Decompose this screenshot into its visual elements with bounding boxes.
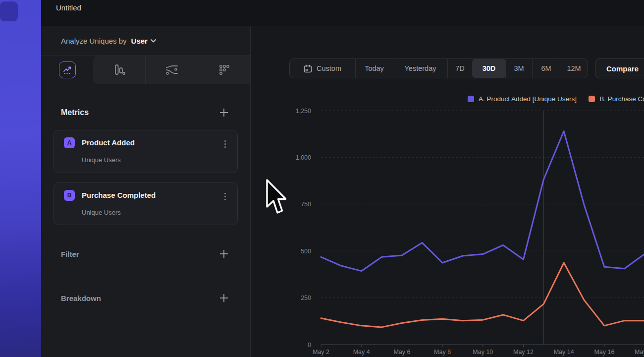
line-chart-icon <box>59 61 76 78</box>
y-axis-tick-label: 1,250 <box>296 108 311 115</box>
metric-subtitle: Unique Users <box>82 156 121 164</box>
metric-title: Purchase Completed <box>82 191 156 199</box>
analyze-label: Analyze Uniques by <box>61 37 127 45</box>
bar-chart-icon <box>113 63 126 76</box>
x-axis-tick-label: May 8 <box>434 349 451 356</box>
chart-panel: CustomTodayYesterday7D30D3M6M12M Compare… <box>251 26 644 357</box>
chart-type-tabs <box>41 56 250 84</box>
query-sidebar: Analyze Uniques by User <box>41 26 251 357</box>
breakdown-section-header: Breakdown <box>61 294 228 302</box>
analyze-by-value: User <box>131 37 148 45</box>
x-axis-tick-label: May 6 <box>393 349 410 356</box>
y-axis-tick-label: 250 <box>301 295 311 301</box>
background-gradient-strip <box>0 0 41 357</box>
top-bar: Untitled <box>41 0 644 26</box>
kebab-menu-icon[interactable] <box>220 138 229 149</box>
tab-group <box>93 56 250 84</box>
analyze-row: Analyze Uniques by User <box>41 26 250 56</box>
series-line-a[interactable] <box>321 131 644 271</box>
tab-bar-chart[interactable] <box>93 56 145 84</box>
kebab-menu-icon[interactable] <box>220 191 229 202</box>
x-axis-tick-label: May 16 <box>594 349 614 356</box>
add-filter-button plus-icon[interactable] <box>219 249 228 258</box>
tab-retention[interactable] <box>198 56 250 84</box>
flows-icon <box>165 64 179 76</box>
metric-card-a[interactable]: A Product Added Unique Users <box>54 130 238 173</box>
tab-flows[interactable] <box>145 56 198 84</box>
analyze-by-dropdown[interactable]: User <box>131 37 156 45</box>
y-axis-tick-label: 750 <box>301 201 311 208</box>
filter-section-header: Filter <box>61 249 228 258</box>
x-axis-tick-label: May 2 <box>313 349 329 356</box>
x-axis-tick-label: May 14 <box>554 349 574 356</box>
metric-letter-badge: B <box>64 190 75 201</box>
x-axis-tick-label: May 10 <box>473 349 493 356</box>
x-axis-tick-label: May 4 <box>353 349 370 356</box>
tab-line-chart[interactable] <box>41 56 93 84</box>
y-axis-tick-label: 1,000 <box>296 154 311 161</box>
add-metric-button plus-icon[interactable] <box>219 108 228 117</box>
line-chart: 02505007501,0001,250May 2May 4May 6May 8… <box>251 26 644 357</box>
y-axis-tick-label: 0 <box>308 342 311 349</box>
filter-title: Filter <box>61 250 79 258</box>
metric-letter-badge: A <box>64 137 75 148</box>
app-window: Untitled Analyze Uniques by User <box>0 0 644 357</box>
retention-grid-icon <box>218 64 230 76</box>
chevron-down-icon <box>151 39 156 43</box>
report-title[interactable]: Untitled <box>56 3 81 12</box>
metrics-title: Metrics <box>61 108 89 117</box>
metric-subtitle: Unique Users <box>82 209 121 216</box>
series-line-b[interactable] <box>321 263 644 327</box>
breakdown-title: Breakdown <box>61 294 101 302</box>
metric-card-b[interactable]: B Purchase Completed Unique Users <box>54 182 238 225</box>
x-axis-tick-label: May 12 <box>513 349 534 356</box>
metric-title: Product Added <box>82 138 135 147</box>
x-axis-tick-label: May 18 <box>635 349 644 356</box>
y-axis-tick-label: 500 <box>301 248 311 255</box>
metrics-section-header: Metrics <box>61 108 228 117</box>
add-breakdown-button plus-icon[interactable] <box>219 294 228 302</box>
background-corner-shape <box>0 1 18 21</box>
